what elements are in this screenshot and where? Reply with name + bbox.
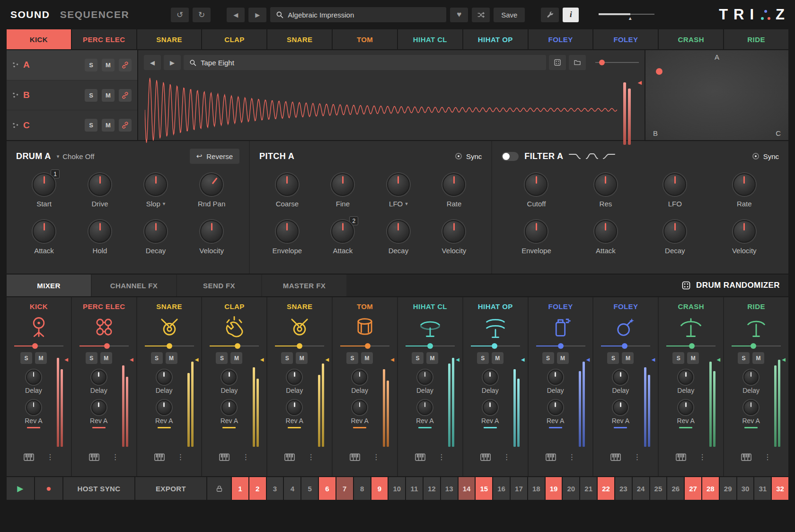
slider-handle[interactable]: [297, 343, 302, 349]
knob[interactable]: [594, 173, 617, 196]
keyboard-icon[interactable]: [350, 453, 360, 461]
random-sample-button[interactable]: [549, 55, 566, 70]
fx-tab[interactable]: MIXER: [7, 275, 91, 296]
reverb-send-knob[interactable]: [91, 400, 106, 415]
fx-tab[interactable]: MASTER FX: [262, 275, 346, 296]
reverb-send-knob[interactable]: [548, 400, 563, 415]
keyboard-icon[interactable]: [546, 453, 556, 461]
track-tab[interactable]: SNARE: [137, 29, 202, 49]
channel-volume-slider[interactable]: [340, 343, 389, 349]
reverse-button[interactable]: ↩ Reverse: [190, 149, 239, 164]
keyboard-icon[interactable]: [219, 453, 230, 461]
channel-solo-button[interactable]: S: [20, 352, 32, 364]
keyboard-icon[interactable]: [741, 453, 751, 461]
knob[interactable]: [276, 220, 299, 243]
channel-solo-button[interactable]: S: [542, 352, 554, 364]
channel-mute-button[interactable]: M: [492, 352, 504, 364]
layer-link-button[interactable]: [119, 89, 132, 102]
meter-marker-icon[interactable]: ◀: [64, 357, 68, 362]
layer-row[interactable]: A S M: [7, 50, 137, 80]
knob[interactable]: [144, 220, 167, 243]
meter-marker-icon[interactable]: ◀: [130, 357, 133, 362]
step-button[interactable]: 12: [424, 477, 440, 500]
track-tab[interactable]: CRASH: [659, 29, 723, 49]
channel-volume-slider[interactable]: [80, 343, 129, 349]
delay-send-knob[interactable]: [483, 370, 498, 385]
channel-volume-slider[interactable]: [275, 343, 324, 349]
step-button[interactable]: 29: [720, 477, 736, 500]
knob[interactable]: [331, 220, 354, 243]
fx-tab[interactable]: SEND FX: [177, 275, 261, 296]
step-button[interactable]: 17: [511, 477, 527, 500]
channel-mute-button[interactable]: M: [296, 352, 308, 364]
knob[interactable]: [387, 173, 410, 196]
step-button[interactable]: 19: [546, 477, 562, 500]
reverb-send-knob[interactable]: [417, 400, 433, 415]
redo-button[interactable]: ↻: [193, 8, 211, 22]
channel-volume-slider[interactable]: [145, 343, 194, 349]
knob[interactable]: [200, 173, 223, 196]
knob[interactable]: [442, 173, 465, 196]
channel-volume-slider[interactable]: [601, 343, 650, 349]
channel-solo-button[interactable]: S: [607, 352, 619, 364]
choke-dropdown[interactable]: ▾ Choke Off: [57, 152, 95, 160]
step-button[interactable]: 3: [267, 477, 283, 500]
reverb-send-knob[interactable]: [613, 400, 628, 415]
kebab-menu-icon[interactable]: ⋮: [177, 452, 185, 461]
slider-handle[interactable]: [492, 343, 497, 349]
reverb-send-knob[interactable]: [157, 400, 172, 415]
step-button[interactable]: 26: [667, 477, 684, 500]
meter-marker-icon[interactable]: ◀: [521, 357, 525, 362]
kebab-menu-icon[interactable]: ⋮: [698, 452, 706, 461]
kebab-menu-icon[interactable]: ⋮: [242, 452, 249, 461]
delay-send-knob[interactable]: [287, 370, 302, 385]
knob[interactable]: [594, 220, 617, 243]
kebab-menu-icon[interactable]: ⋮: [764, 452, 771, 461]
delay-send-knob[interactable]: [91, 370, 106, 385]
kebab-menu-icon[interactable]: ⋮: [46, 452, 54, 461]
pitch-sync[interactable]: Sync: [455, 152, 482, 160]
keyboard-icon[interactable]: [284, 453, 295, 461]
channel-volume-slider[interactable]: [471, 343, 520, 349]
meter-marker-icon[interactable]: ◀: [260, 357, 264, 362]
chevron-down-icon[interactable]: ▾: [163, 201, 166, 207]
lock-button[interactable]: [207, 477, 231, 500]
host-sync-button[interactable]: HOST SYNC: [63, 477, 134, 500]
channel-mute-button[interactable]: M: [687, 352, 699, 364]
meter-marker-icon[interactable]: ◀: [716, 357, 720, 362]
channel-solo-button[interactable]: S: [151, 352, 163, 364]
track-tab[interactable]: RIDE: [724, 29, 788, 49]
channel-volume-slider[interactable]: [666, 343, 716, 349]
step-button[interactable]: 22: [598, 477, 614, 500]
next-sample-button[interactable]: ▶: [164, 55, 181, 70]
delay-send-knob[interactable]: [352, 370, 367, 385]
slider-handle[interactable]: [622, 343, 627, 349]
step-button[interactable]: 25: [650, 477, 667, 500]
step-button[interactable]: 13: [441, 477, 458, 500]
step-button[interactable]: 14: [459, 477, 475, 500]
layer-mute-button[interactable]: M: [102, 59, 115, 71]
master-volume-slider[interactable]: ▲: [599, 8, 654, 22]
reverb-send-knob[interactable]: [678, 400, 693, 415]
sample-search-input[interactable]: [201, 59, 540, 67]
browse-folder-button[interactable]: [569, 55, 586, 70]
channel-mute-button[interactable]: M: [166, 352, 177, 364]
channel-mute-button[interactable]: M: [557, 352, 569, 364]
channel-volume-slider[interactable]: [732, 343, 781, 349]
delay-send-knob[interactable]: [548, 370, 563, 385]
slider-handle[interactable]: [167, 343, 172, 349]
track-tab[interactable]: FOLEY: [529, 29, 593, 49]
layer-row[interactable]: B S M: [7, 80, 137, 111]
meter-marker-icon[interactable]: ◀: [325, 357, 329, 362]
step-button[interactable]: 1: [232, 477, 248, 500]
delay-send-knob[interactable]: [221, 370, 237, 385]
slider-handle[interactable]: [365, 343, 371, 349]
knob[interactable]: [88, 173, 111, 196]
keyboard-icon[interactable]: [89, 453, 99, 461]
app-title-sequencer[interactable]: SEQUENCER: [60, 9, 130, 20]
channel-volume-slider[interactable]: [14, 343, 63, 349]
meter-marker-icon[interactable]: ◀: [390, 357, 394, 362]
kebab-menu-icon[interactable]: ⋮: [633, 452, 641, 461]
undo-button[interactable]: ↺: [171, 8, 189, 22]
step-button[interactable]: 31: [754, 477, 771, 500]
